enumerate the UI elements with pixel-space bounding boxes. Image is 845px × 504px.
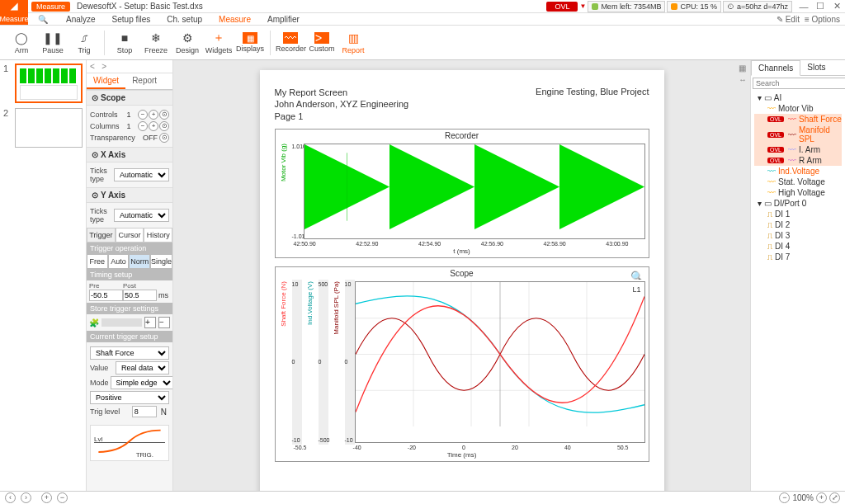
reset-button[interactable]: ⊙ [159, 110, 169, 120]
trig-button[interactable]: ⎎Trig [69, 29, 99, 56]
trig-mode-select[interactable]: Simple edge [111, 376, 173, 389]
custom-icon: >_ [314, 32, 329, 44]
pre-input[interactable] [89, 290, 123, 301]
add-page[interactable]: + [41, 492, 52, 503]
toggle-button[interactable]: ⊙ [159, 133, 169, 143]
trig-value-select[interactable]: Real data [116, 361, 169, 374]
channel-tree: ▾ ▭ AI 〰Motor Vib OVL〰Shaft Force OVL〰Ma… [751, 91, 845, 491]
project-label: Engine Testing, Blue Project [536, 87, 649, 122]
menu-setup-files[interactable]: Setup files [104, 15, 159, 24]
trig-auto[interactable]: Auto [108, 254, 130, 269]
page-thumbnails: 1 2 [0, 60, 87, 491]
remove-page[interactable]: − [57, 492, 68, 503]
ch-high-voltage[interactable]: 〰High Voltage [754, 187, 842, 198]
measure-tab[interactable]: Measure [0, 13, 28, 25]
ch-ind-voltage[interactable]: 〰Ind.Voltage [754, 166, 842, 177]
dec-button[interactable]: − [138, 110, 148, 120]
menu-ch-setup[interactable]: Ch. setup [158, 15, 210, 24]
ch-di1[interactable]: ⎍DI 1 [754, 209, 842, 219]
next-page[interactable]: › [21, 492, 31, 503]
trig-level-input[interactable] [132, 406, 157, 417]
displays-icon: ▦ [243, 32, 257, 44]
ch-stat-voltage[interactable]: 〰Stat. Voltage [754, 177, 842, 187]
tab-cursor[interactable]: Cursor [116, 228, 144, 243]
xaxis-header[interactable]: ⊙X Axis [87, 147, 172, 163]
zoom-fit[interactable]: ⤢ [829, 492, 840, 503]
menu-analyze[interactable]: Analyze [58, 15, 104, 24]
tab-channels[interactable]: Channels [751, 60, 800, 76]
ruler-icon[interactable]: ↔ [739, 75, 747, 84]
trig-single[interactable]: Single [150, 254, 172, 269]
displays-button[interactable]: ▦Displays [235, 31, 265, 54]
collapse-icon: ⊙ [92, 150, 98, 159]
trig-slope-select[interactable]: Positive [90, 391, 169, 404]
ch-di3[interactable]: ⎍DI 3 [754, 230, 842, 241]
tab-report[interactable]: Report [125, 73, 163, 89]
pause-button[interactable]: ❚❚Pause [38, 29, 68, 56]
svg-marker-1 [389, 144, 474, 229]
nav-arrows[interactable]: < > [87, 60, 172, 73]
stop-button[interactable]: ■Stop [110, 29, 139, 56]
analyze-icon[interactable]: 🔍 [28, 15, 58, 24]
window-title: DewesoftX - Setup: Basic Test.dxs [77, 2, 203, 11]
close-button[interactable]: ✕ [828, 1, 845, 12]
robot-icon: 🧩 [89, 318, 99, 327]
trigger-preview: Lvl TRIG. [90, 425, 169, 461]
custom-button[interactable]: >_Custom [307, 31, 337, 54]
report-button[interactable]: ▥Report [338, 29, 368, 56]
options-link[interactable]: ≡ Options [805, 15, 840, 24]
ch-di4[interactable]: ⎍DI 4 [754, 241, 842, 252]
prev-page[interactable]: ‹ [5, 492, 16, 503]
menu-measure[interactable]: Measure [210, 15, 259, 24]
yaxis-header[interactable]: ⊙Y Axis [87, 187, 172, 203]
ch-i-arm[interactable]: OVL〰I. Arm [754, 144, 842, 155]
ch-manifold-spl[interactable]: OVL〰Manifold SPL [754, 125, 842, 144]
recorder-chart[interactable]: Recorder Motor Vib (g) 1.0107-1.0107 [275, 129, 649, 258]
trig-norm[interactable]: Norm [129, 254, 150, 269]
thumb-2[interactable]: 2 [3, 108, 83, 148]
ch-di7[interactable]: ⎍DI 7 [754, 252, 842, 262]
group-ai[interactable]: ▾ ▭ AI [754, 92, 842, 103]
mem-chip: Mem left: 7354MB [588, 1, 665, 12]
store-slider[interactable] [101, 318, 142, 327]
arm-button[interactable]: ◯Arm [7, 29, 36, 56]
maximize-button[interactable]: ☐ [812, 1, 828, 12]
inc-button[interactable]: + [149, 110, 158, 120]
edit-link[interactable]: ✎ Edit [777, 15, 800, 24]
trig-channel-select[interactable]: Shaft Force [90, 346, 169, 360]
scope-chart[interactable]: Scope 🔍 Shaft Force (N) 100-10 Ind.Volta… [275, 266, 649, 462]
report-icon: ▥ [346, 31, 361, 45]
ch-motor-vib[interactable]: 〰Motor Vib [754, 103, 842, 114]
grid-icon[interactable]: ▦ [739, 64, 747, 73]
zoom-in[interactable]: + [816, 492, 827, 503]
channel-search[interactable] [753, 78, 845, 89]
post-input[interactable] [123, 290, 157, 301]
scope-section-header[interactable]: ⊙Scope [87, 90, 172, 106]
yaxis-ticks-select[interactable]: Automatic [114, 209, 169, 222]
xaxis-ticks-select[interactable]: Automatic [114, 168, 169, 181]
recorder-button[interactable]: 〰Recorder [276, 31, 305, 54]
design-button[interactable]: ⚙Design [172, 29, 202, 56]
ch-di2[interactable]: ⎍DI 2 [754, 219, 842, 230]
tab-history[interactable]: History [144, 228, 172, 243]
tab-slots[interactable]: Slots [800, 60, 832, 75]
freeze-button[interactable]: ❄Freeze [141, 29, 171, 56]
page-author: John Anderson, XYZ Engineering [275, 98, 409, 110]
group-diport[interactable]: ▾ ▭ DI/Port 0 [754, 198, 842, 209]
menubar: Measure 🔍 Analyze Setup files Ch. setup … [0, 13, 845, 26]
report-canvas[interactable]: ▦ ↔ My Report Screen John Anderson, XYZ … [173, 60, 750, 491]
collapse-icon: ⊙ [92, 93, 98, 102]
thumb-1[interactable]: 1 [3, 64, 83, 103]
ch-r-arm[interactable]: OVL〰R Arm [754, 155, 842, 166]
trig-free[interactable]: Free [87, 254, 108, 269]
widgets-button[interactable]: ＋Widgets [204, 29, 234, 56]
menu-amplifier[interactable]: Amplifier [259, 15, 308, 24]
plus-icon: ＋ [211, 31, 226, 45]
cpu-chip: CPU: 15 % [667, 1, 721, 12]
ch-shaft-force[interactable]: OVL〰Shaft Force [754, 114, 842, 125]
ovl-indicator[interactable]: OVL [546, 2, 578, 12]
tab-trigger[interactable]: Trigger [87, 228, 116, 243]
zoom-out[interactable]: − [779, 492, 790, 503]
minimize-button[interactable]: — [795, 2, 812, 12]
tab-widget[interactable]: Widget [87, 73, 125, 89]
